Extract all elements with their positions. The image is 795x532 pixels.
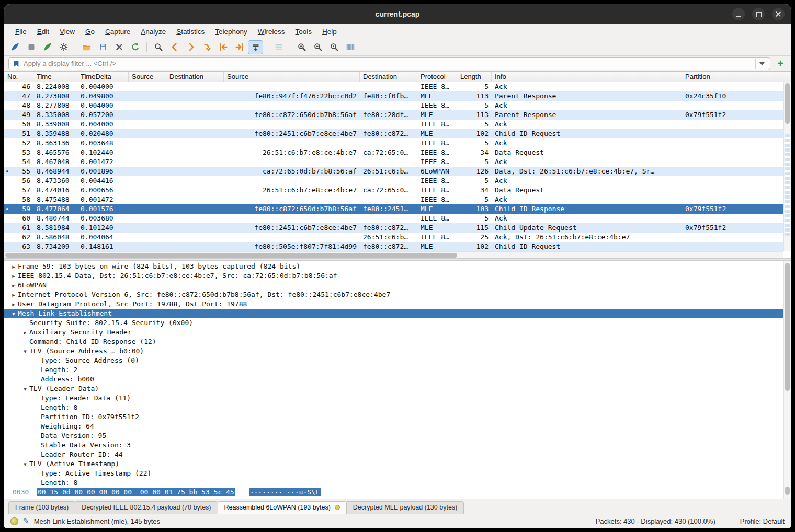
byte-view-tab[interactable]: Decrypted IEEE 802.15.4 payload (70 byte… [75, 501, 218, 514]
display-filter-wrap[interactable] [8, 57, 770, 70]
packet-row[interactable]: 638.7342090.148161fe80::505e:f807:7f81:4… [4, 242, 783, 251]
packet-row[interactable]: 508.3390080.004000IEEE 8…5Ack [4, 120, 783, 129]
close-file-icon[interactable] [111, 40, 127, 54]
open-file-icon[interactable] [79, 40, 94, 54]
detail-line[interactable]: ▸Internet Protocol Version 6, Src: fe80:… [4, 290, 783, 299]
expert-info-icon[interactable] [10, 517, 18, 525]
menu-telephony[interactable]: Telephony [210, 26, 252, 37]
menu-tools[interactable]: Tools [291, 26, 317, 37]
collapse-icon[interactable]: ▾ [9, 309, 18, 319]
resize-columns-icon[interactable] [343, 40, 358, 54]
packet-row[interactable]: 468.2240080.004000IEEE 8…5Ack [4, 82, 783, 91]
save-file-icon[interactable] [95, 40, 110, 54]
column-header-source2[interactable]: Source [224, 72, 360, 82]
packet-row[interactable]: 528.3631360.003648IEEE 8…5Ack [4, 138, 783, 148]
go-back-icon[interactable] [167, 40, 182, 54]
menu-wireless[interactable]: Wireless [253, 26, 290, 37]
close-button[interactable] [772, 8, 785, 20]
detail-line[interactable]: Type: Leader Data (11) [4, 394, 783, 403]
detail-line[interactable]: ▸Auxiliary Security Header [4, 328, 783, 337]
add-filter-button-icon[interactable]: + [774, 57, 787, 70]
detail-line[interactable]: Security Suite: 802.15.4 Security (0x00) [4, 318, 783, 328]
menu-go[interactable]: Go [81, 26, 99, 37]
detail-line[interactable]: ▾TLV (Active Timestamp) [4, 459, 783, 469]
detail-line[interactable]: Type: Active Timestamp (22) [4, 469, 783, 478]
menu-statistics[interactable]: Statistics [172, 26, 209, 37]
detail-line[interactable]: Length: 8 [4, 478, 783, 485]
column-header-destination1[interactable]: Destination [166, 72, 224, 82]
capture-comment-icon[interactable]: ✎ [23, 517, 29, 525]
status-profile[interactable]: Profile: Default [740, 517, 785, 525]
scrollbar-thumb[interactable] [5, 253, 457, 258]
menu-file[interactable]: File [10, 26, 31, 37]
hex-ascii-selected[interactable]: ········ ···u·S\E [249, 488, 321, 496]
capture-options-icon[interactable] [56, 40, 71, 54]
expand-icon[interactable]: ▸ [9, 281, 18, 291]
column-header-timedelta[interactable]: TimeDelta [77, 72, 129, 82]
packet-row[interactable]: 568.4733600.004416IEEE 8…5Ack [4, 176, 783, 186]
packet-row[interactable]: 608.4807440.003680IEEE 8…5Ack [4, 214, 783, 223]
detail-line[interactable]: ▸6LoWPAN [4, 281, 783, 290]
collapse-icon[interactable]: ▾ [21, 347, 29, 356]
detail-line[interactable]: Data Version: 95 [4, 431, 783, 441]
titlebar[interactable]: current.pcap [4, 4, 791, 24]
packet-row[interactable]: 628.5860480.00406426:51:c6:b…IEEE 8…25Ac… [4, 233, 783, 242]
go-forward-icon[interactable] [183, 40, 198, 54]
column-header-partition[interactable]: Partition [682, 72, 791, 82]
column-header-no[interactable]: No. [4, 72, 33, 82]
go-first-icon[interactable] [215, 40, 231, 54]
detail-line[interactable]: ▾Mesh Link Establishment [4, 309, 783, 318]
column-header-protocol[interactable]: Protocol [417, 72, 457, 82]
expand-icon[interactable]: ▸ [21, 328, 29, 338]
zoom-reset-icon[interactable] [326, 40, 342, 54]
byte-view-tab[interactable]: Reassembled 6LoWPAN (193 bytes) [218, 501, 347, 514]
scrollbar-thumb[interactable] [785, 487, 790, 495]
display-filter-input[interactable] [24, 60, 752, 67]
column-header-source1[interactable]: Source [129, 72, 166, 82]
column-header-length[interactable]: Length [457, 72, 492, 82]
detail-line[interactable]: ▸Frame 59: 103 bytes on wire (824 bits),… [4, 262, 783, 271]
bytes-vertical-scrollbar[interactable] [783, 485, 791, 499]
expand-icon[interactable]: ▸ [9, 291, 18, 300]
detail-line[interactable]: Address: b000 [4, 375, 783, 384]
go-last-icon[interactable] [232, 40, 247, 54]
restart-capture-icon[interactable] [40, 40, 55, 54]
hex-bytes-selected[interactable]: 00 15 0d 00 00 00 00 00 00 00 01 75 bb 5… [37, 488, 235, 496]
scrollbar-thumb[interactable] [785, 263, 790, 391]
zoom-in-icon[interactable] [294, 40, 309, 54]
packet-row[interactable]: 538.4655760.10244026:51:c6:b7:e8:ce:4b:e… [4, 148, 783, 157]
menu-capture[interactable]: Capture [100, 26, 135, 37]
detail-line[interactable]: Stable Data Version: 3 [4, 441, 783, 450]
byte-view-tab[interactable]: Decrypted MLE payload (130 bytes) [346, 501, 464, 514]
collapse-icon[interactable]: ▾ [21, 460, 29, 469]
menu-help[interactable]: Help [317, 26, 342, 37]
packet-row[interactable]: 488.2778080.004000IEEE 8…5Ack [4, 101, 783, 110]
byte-view-tab[interactable]: Frame (103 bytes) [8, 501, 75, 514]
detail-line[interactable]: Type: Source Address (0) [4, 356, 783, 365]
minimize-button[interactable] [732, 8, 745, 20]
scrollbar-thumb[interactable] [785, 83, 790, 124]
detail-line[interactable]: Command: Child ID Response (12) [4, 337, 783, 346]
menu-view[interactable]: View [55, 26, 80, 37]
detail-line[interactable]: Weighting: 64 [4, 422, 783, 431]
packet-row[interactable]: 578.4740160.00065626:51:c6:b7:e8:ce:4b:e… [4, 186, 783, 195]
packet-row[interactable]: 498.3350080.057200fe80::c872:650d:b7b8:5… [4, 110, 783, 120]
packet-list-horizontal-scrollbar[interactable] [4, 251, 783, 258]
maximize-button[interactable] [752, 8, 765, 20]
detail-line[interactable]: Length: 2 [4, 365, 783, 375]
detail-line[interactable]: Length: 8 [4, 403, 783, 412]
column-header-time[interactable]: Time [33, 72, 77, 82]
auto-scroll-icon[interactable] [248, 40, 263, 54]
details-vertical-scrollbar[interactable] [783, 261, 791, 485]
colorize-packets-icon[interactable] [271, 40, 286, 54]
packet-list-vertical-scrollbar[interactable] [783, 82, 791, 251]
start-capture-icon[interactable] [7, 40, 22, 54]
detail-line[interactable]: ▾TLV (Leader Data) [4, 384, 783, 394]
expand-icon[interactable]: ▸ [9, 262, 18, 272]
column-header-destination2[interactable]: Destination [360, 72, 417, 82]
packet-row[interactable]: 518.3594880.020480fe80::2451:c6b7:e8ce:4… [4, 129, 783, 138]
menu-analyze[interactable]: Analyze [136, 26, 171, 37]
go-to-packet-icon[interactable] [199, 40, 214, 54]
reload-file-icon[interactable] [128, 40, 143, 54]
packet-row[interactable]: 478.2738080.049800fe80::947f:f476:22bc:c… [4, 91, 783, 101]
